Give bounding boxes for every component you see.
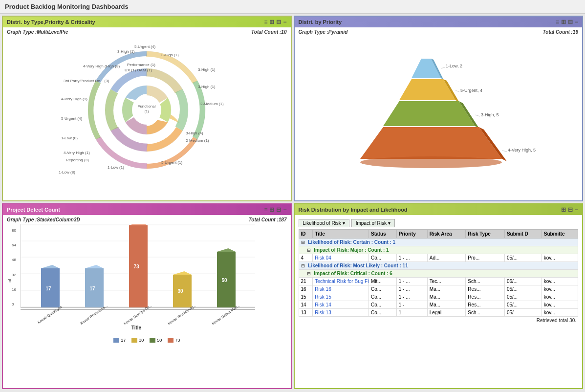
svg-text:Functional: Functional [138, 104, 156, 109]
expand-icon-3[interactable]: ⊞ [269, 206, 274, 213]
collapse-icon-3[interactable]: ⊟ [276, 206, 281, 213]
menu-icon-3[interactable]: ≡ [264, 206, 267, 213]
minimize-icon-2[interactable]: − [575, 19, 578, 25]
svg-text:UX (1)   OAM (1): UX (1) OAM (1) [125, 68, 152, 72]
panel3-content: Graph Type :StackedColumn3D Total Count … [3, 215, 291, 388]
svg-marker-67 [129, 224, 148, 225]
table-row: 4 Risk 04 Co... 1 - ... Ad... Pro... 05/… [299, 254, 578, 262]
table-row: 21 Technical Risk for Bug Fix Mit... 1 -… [299, 278, 578, 285]
svg-text:5-Urgent, 4: 5-Urgent, 4 [460, 88, 482, 93]
svg-marker-40 [360, 127, 502, 159]
pie-chart-area: Functional (1) 3-High (1) 3-High (1) 3-H… [7, 37, 287, 178]
risk-table-header: ID Title Status Priority Risk Area Risk … [299, 230, 578, 239]
svg-text:5-Urgent (4): 5-Urgent (4) [134, 44, 155, 49]
collapse-icon[interactable]: ⊟ [276, 19, 281, 25]
panel2-content: Graph Type :Pyramid Total Count :16 1-Lo… [295, 27, 583, 200]
panel1-meta: Graph Type :MultiLevelPie Total Count :1… [7, 29, 287, 35]
svg-text:1-Low, 2: 1-Low, 2 [446, 64, 462, 68]
panel-risk-distribution: Risk Distribution by Impact and Likeliho… [294, 203, 584, 389]
svg-marker-72 [173, 271, 192, 275]
svg-text:4-Very High (1): 4-Very High (1) [64, 151, 90, 155]
svg-text:17: 17 [89, 286, 95, 291]
chart-legend: 17 30 50 73 [7, 338, 287, 343]
svg-text:3-High (1): 3-High (1) [198, 85, 216, 89]
panel2-icons[interactable]: ≡ ⊞ ⊟ − [556, 19, 578, 25]
col-status: Status [369, 230, 397, 239]
svg-text:1-Low (8): 1-Low (8) [59, 170, 75, 174]
panel4-header: Risk Distribution by Impact and Likeliho… [295, 204, 583, 215]
svg-line-44 [502, 151, 507, 152]
legend-color-17a [113, 338, 119, 343]
svg-text:5-Urgent (1): 5-Urgent (1) [161, 160, 182, 165]
svg-text:(1): (1) [145, 109, 149, 113]
svg-text:1-Low (1): 1-Low (1) [108, 165, 124, 170]
collapse-icon-4[interactable]: ⊟ [568, 206, 573, 213]
panel1-header: Distri. by Type,Priority & Criticality ≡… [3, 17, 291, 27]
svg-text:3-High (1): 3-High (1) [198, 67, 216, 72]
svg-text:1-Low (8): 1-Low (8) [61, 136, 78, 140]
svg-text:3-High, 5: 3-High, 5 [481, 112, 499, 117]
minimize-icon[interactable]: − [283, 19, 286, 25]
impact-filter-btn[interactable]: Impact of Risk ▾ [351, 219, 395, 227]
svg-line-35 [455, 90, 459, 92]
main-title: Product Backlog Monitoring Dashboards [0, 0, 585, 14]
panel4-icons[interactable]: ⊞ ⊟ − [561, 206, 578, 213]
table-row: 15 Risk 15 Co... 1 - ... Ma... Res... 05… [299, 293, 578, 301]
legend-item-30: 30 [131, 338, 144, 343]
panel1-icons[interactable]: ≡ ⊞ ⊟ − [264, 19, 286, 25]
legend-color-50 [150, 338, 155, 343]
svg-marker-57 [41, 265, 60, 268]
retrieved-total: Retrieved total 30. [299, 317, 579, 324]
minimize-icon-4[interactable]: − [575, 206, 578, 213]
svg-text:4-Very High (1): 4-Very High (1) [61, 97, 87, 101]
likelihood-filter-btn[interactable]: Likelihood of Risk ▾ [299, 219, 349, 227]
svg-point-42 [360, 156, 502, 168]
svg-text:3-High (1): 3-High (1) [117, 49, 135, 54]
multilevel-pie-svg: Functional (1) 3-High (1) 3-High (1) 3-H… [54, 39, 239, 176]
expand-icon-2[interactable]: ⊞ [561, 19, 566, 25]
svg-line-31 [441, 67, 445, 68]
svg-marker-62 [85, 265, 104, 268]
svg-text:5-Urgent (4): 5-Urgent (4) [61, 116, 82, 121]
minimize-icon-3[interactable]: − [283, 206, 286, 213]
panel4-content: Likelihood of Risk ▾ Impact of Risk ▾ ID… [295, 215, 583, 388]
svg-line-39 [475, 115, 480, 116]
svg-text:3-High (1): 3-High (1) [161, 53, 179, 57]
pyramid-chart-area: 1-Low, 2 5-Urgent, 4 3-High, 5 [299, 37, 579, 178]
risk-table-wrapper[interactable]: ID Title Status Priority Risk Area Risk … [299, 229, 579, 317]
svg-text:3rd Party/Product De... (3): 3rd Party/Product De... (3) [64, 79, 109, 83]
col-risk-type: Risk Type [466, 230, 505, 239]
expand-icon[interactable]: ⊞ [269, 19, 274, 25]
table-row: 14 Risk 14 Co... 1 - Ma... Res... 05/...… [299, 301, 578, 309]
legend-item-17a: 17 [113, 338, 126, 343]
svg-text:30: 30 [177, 288, 183, 294]
filter-row: Likelihood of Risk ▾ Impact of Risk ▾ [299, 217, 579, 229]
svg-text:Performance (1): Performance (1) [127, 63, 155, 67]
col-submitted-by: Submitte [542, 230, 578, 239]
svg-text:2-Medium (1): 2-Medium (1) [186, 138, 209, 143]
svg-text:4-Very High, 5: 4-Very High, 5 [508, 148, 536, 152]
panel3-icons[interactable]: ≡ ⊞ ⊟ − [264, 206, 286, 213]
subgroup-row-major: ⊟ Impact of Risk: Major : Count : 1 [299, 246, 578, 254]
y-axis-labels: 0 16 32 48 64 80 [12, 228, 16, 306]
legend-item-50: 50 [150, 338, 162, 343]
subgroup-row-critical: ⊟ Impact of Risk: Critical : Count : 6 [299, 270, 578, 278]
menu-icon[interactable]: ≡ [264, 19, 267, 25]
col-id: ID [299, 230, 313, 239]
svg-text:4-Very High (High (8): 4-Very High (High (8) [83, 64, 120, 68]
svg-text:Reporting (3): Reporting (3) [66, 158, 89, 162]
col-title: Title [313, 230, 369, 239]
col-risk-area: Risk Area [427, 230, 466, 239]
svg-text:73: 73 [133, 264, 139, 269]
risk-table: ID Title Status Priority Risk Area Risk … [299, 229, 579, 317]
bar-chart-container: of 0 16 32 48 64 80 [7, 224, 287, 337]
menu-icon-2[interactable]: ≡ [556, 19, 559, 25]
svg-text:2-Medium (1): 2-Medium (1) [200, 102, 224, 106]
collapse-icon-2[interactable]: ⊟ [568, 19, 573, 25]
expand-icon-4[interactable]: ⊞ [561, 206, 566, 213]
legend-item-73: 73 [168, 338, 180, 343]
svg-marker-77 [217, 248, 236, 252]
risk-table-body: ⊟ Likelihood of Risk: Certain : Count : … [299, 239, 578, 317]
svg-text:17: 17 [45, 286, 51, 291]
svg-marker-36 [383, 101, 475, 126]
